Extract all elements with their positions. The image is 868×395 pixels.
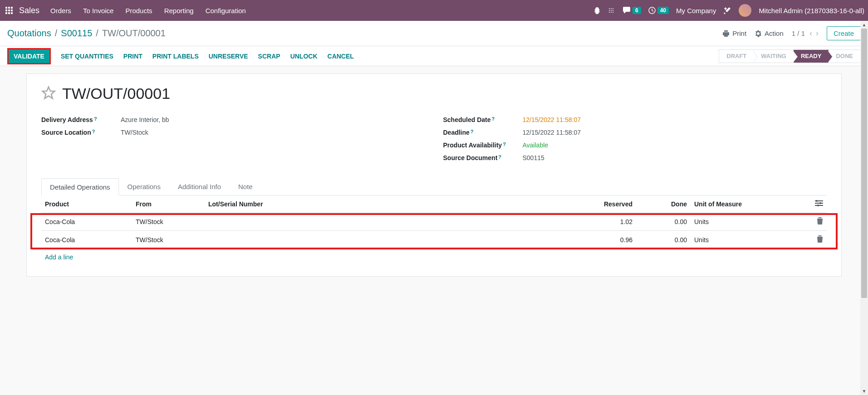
operations-table: Product From Lot/Serial Number Reserved … bbox=[41, 195, 827, 265]
value-source-location[interactable]: TW/Stock bbox=[121, 129, 148, 136]
add-line-row[interactable]: Add a line bbox=[41, 249, 827, 266]
control-bar: Quotations / S00115 / TW/OUT/00001 Print… bbox=[0, 21, 868, 46]
main: TW/OUT/00001 Delivery Address? Azure Int… bbox=[0, 66, 868, 277]
page-title: TW/OUT/00001 bbox=[62, 85, 170, 102]
label-deadline: Deadline? bbox=[443, 129, 523, 136]
breadcrumb-quotations[interactable]: Quotations bbox=[7, 28, 51, 39]
create-button[interactable]: Create bbox=[827, 26, 861, 40]
messages-icon[interactable]: 6 bbox=[623, 7, 641, 14]
pager-prev-icon[interactable]: ‹ bbox=[809, 29, 812, 38]
cell-reserved[interactable]: 0.96 bbox=[582, 231, 636, 249]
svg-rect-1 bbox=[8, 7, 10, 9]
action-dropdown[interactable]: Action bbox=[755, 29, 784, 37]
right-actions: Print Action 1 / 1 ‹ › Create bbox=[722, 26, 861, 40]
stage-done[interactable]: DONE bbox=[829, 49, 861, 63]
apps-icon[interactable] bbox=[4, 5, 15, 16]
col-reserved[interactable]: Reserved bbox=[582, 195, 636, 213]
scroll-thumb[interactable] bbox=[861, 29, 867, 277]
tab-detailed-operations[interactable]: Detailed Operations bbox=[41, 178, 119, 195]
help-icon[interactable]: ? bbox=[92, 129, 95, 134]
scrap-button[interactable]: SCRAP bbox=[258, 53, 280, 60]
scroll-up-icon[interactable]: ▲ bbox=[860, 21, 868, 29]
svg-rect-6 bbox=[5, 12, 7, 14]
cell-from[interactable]: TW/Stock bbox=[132, 213, 205, 231]
help-icon[interactable]: ? bbox=[94, 116, 97, 122]
unreserve-button[interactable]: UNRESERVE bbox=[209, 53, 248, 60]
cell-from[interactable]: TW/Stock bbox=[132, 231, 205, 249]
print-labels-button[interactable]: PRINT LABELS bbox=[152, 53, 199, 60]
value-source-document[interactable]: S00115 bbox=[523, 154, 544, 161]
menu-products[interactable]: Products bbox=[125, 7, 152, 15]
cancel-button[interactable]: CANCEL bbox=[328, 53, 354, 60]
menu-orders[interactable]: Orders bbox=[50, 7, 71, 15]
help-icon[interactable]: ? bbox=[492, 116, 495, 122]
cell-uom[interactable]: Units bbox=[691, 213, 809, 231]
cell-lot[interactable] bbox=[205, 213, 582, 231]
col-from[interactable]: From bbox=[132, 195, 205, 213]
col-done[interactable]: Done bbox=[636, 195, 691, 213]
settings-icon[interactable] bbox=[815, 200, 823, 208]
cell-done[interactable]: 0.00 bbox=[636, 213, 691, 231]
activities-icon[interactable]: 40 bbox=[648, 7, 669, 14]
pager-next-icon[interactable]: › bbox=[816, 29, 819, 38]
tab-additional-info[interactable]: Additional Info bbox=[169, 178, 230, 195]
validate-button[interactable]: VALIDATE bbox=[9, 49, 49, 63]
col-settings[interactable] bbox=[809, 195, 827, 213]
debug-icon[interactable] bbox=[593, 7, 601, 14]
breadcrumb-sep: / bbox=[96, 28, 98, 39]
col-uom[interactable]: Unit of Measure bbox=[691, 195, 809, 213]
unlock-button[interactable]: UNLOCK bbox=[290, 53, 318, 60]
add-line-text[interactable]: Add a line bbox=[41, 249, 827, 266]
cell-uom[interactable]: Units bbox=[691, 231, 809, 249]
label-delivery-address: Delivery Address? bbox=[41, 116, 121, 123]
label-source-document: Source Document? bbox=[443, 154, 523, 161]
breadcrumb-s00115[interactable]: S00115 bbox=[61, 28, 92, 39]
topnav-menu: Orders To Invoice Products Reporting Con… bbox=[50, 7, 593, 15]
tab-operations[interactable]: Operations bbox=[119, 178, 169, 195]
shortcut-icon[interactable] bbox=[608, 7, 615, 14]
table-row[interactable]: Coca-Cola TW/Stock 1.02 0.00 Units bbox=[41, 213, 827, 231]
tab-note[interactable]: Note bbox=[230, 178, 261, 195]
breadcrumb-current: TW/OUT/00001 bbox=[102, 28, 166, 39]
menu-configuration[interactable]: Configuration bbox=[206, 7, 246, 15]
help-icon[interactable]: ? bbox=[503, 141, 506, 147]
label-source-location: Source Location? bbox=[41, 129, 121, 136]
value-delivery-address[interactable]: Azure Interior, bb bbox=[121, 116, 169, 123]
activities-badge: 40 bbox=[657, 7, 669, 14]
trash-icon[interactable] bbox=[817, 237, 823, 244]
cell-reserved[interactable]: 1.02 bbox=[582, 213, 636, 231]
svg-rect-8 bbox=[11, 12, 13, 14]
avatar[interactable] bbox=[739, 4, 751, 17]
set-quantities-button[interactable]: SET QUANTITIES bbox=[61, 53, 113, 60]
menu-to-invoice[interactable]: To Invoice bbox=[83, 7, 114, 15]
tools-icon[interactable] bbox=[723, 6, 731, 15]
company-name[interactable]: My Company bbox=[676, 7, 716, 15]
value-deadline[interactable]: 12/15/2022 11:58:07 bbox=[523, 129, 581, 136]
cell-product[interactable]: Coca-Cola bbox=[41, 231, 132, 249]
help-icon[interactable]: ? bbox=[498, 154, 501, 160]
app-name[interactable]: Sales bbox=[19, 6, 39, 15]
stage-draft[interactable]: DRAFT bbox=[719, 49, 754, 63]
col-lot[interactable]: Lot/Serial Number bbox=[205, 195, 582, 213]
svg-marker-10 bbox=[43, 87, 55, 98]
trash-icon[interactable] bbox=[817, 219, 823, 226]
stage-ready[interactable]: READY bbox=[794, 49, 829, 63]
print-button[interactable]: PRINT bbox=[123, 53, 142, 60]
svg-rect-0 bbox=[5, 7, 7, 9]
print-action[interactable]: Print bbox=[722, 29, 746, 37]
user-name[interactable]: Mitchell Admin (21870383-16-0-all) bbox=[759, 7, 864, 15]
statusbar-left: VALIDATE SET QUANTITIES PRINT PRINT LABE… bbox=[7, 48, 354, 64]
stage-waiting[interactable]: WAITING bbox=[754, 49, 794, 63]
pager-text[interactable]: 1 / 1 bbox=[792, 29, 805, 37]
star-icon[interactable] bbox=[41, 86, 56, 102]
cell-product[interactable]: Coca-Cola bbox=[41, 213, 132, 231]
help-icon[interactable]: ? bbox=[471, 129, 474, 134]
cell-done[interactable]: 0.00 bbox=[636, 231, 691, 249]
col-product[interactable]: Product bbox=[41, 195, 132, 213]
menu-reporting[interactable]: Reporting bbox=[164, 7, 194, 15]
cell-lot[interactable] bbox=[205, 231, 582, 249]
value-scheduled-date[interactable]: 12/15/2022 11:58:07 bbox=[523, 116, 581, 123]
scrollbar[interactable]: ▲ ▼ bbox=[860, 21, 868, 277]
svg-rect-2 bbox=[11, 7, 13, 9]
table-row[interactable]: Coca-Cola TW/Stock 0.96 0.00 Units bbox=[41, 231, 827, 249]
